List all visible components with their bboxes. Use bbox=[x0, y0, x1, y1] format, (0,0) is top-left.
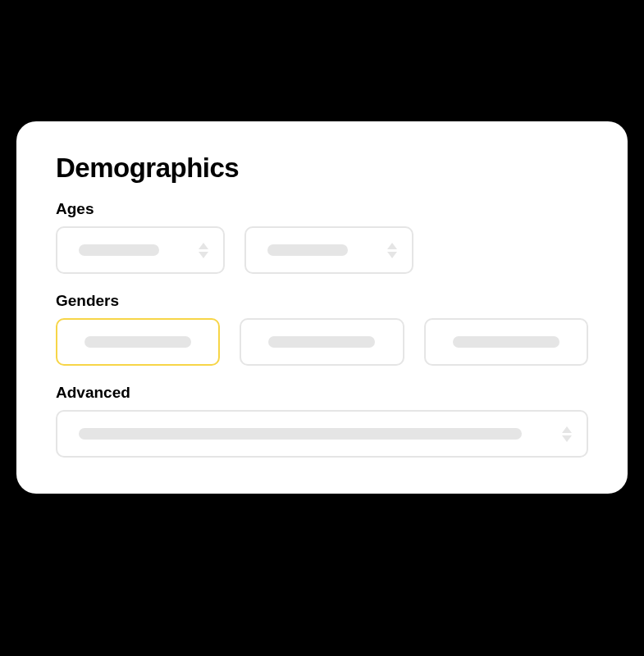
placeholder-pill bbox=[267, 244, 348, 256]
ages-row bbox=[56, 226, 588, 274]
placeholder-pill bbox=[84, 336, 191, 348]
age-min-select[interactable] bbox=[56, 226, 225, 274]
gender-option-1[interactable] bbox=[56, 318, 220, 366]
advanced-select[interactable] bbox=[56, 410, 588, 458]
genders-row bbox=[56, 318, 588, 366]
card-title: Demographics bbox=[56, 153, 588, 184]
placeholder-pill bbox=[453, 336, 560, 348]
advanced-label: Advanced bbox=[56, 384, 588, 402]
placeholder-pill bbox=[79, 428, 522, 440]
demographics-card: Demographics Ages Genders Adva bbox=[16, 121, 628, 494]
gender-option-2[interactable] bbox=[240, 318, 404, 366]
gender-option-3[interactable] bbox=[424, 318, 588, 366]
stepper-icon bbox=[387, 243, 397, 258]
placeholder-pill bbox=[268, 336, 375, 348]
advanced-row bbox=[56, 410, 588, 458]
genders-label: Genders bbox=[56, 292, 588, 310]
placeholder-pill bbox=[79, 244, 159, 256]
stepper-icon bbox=[562, 426, 572, 442]
age-max-select[interactable] bbox=[244, 226, 413, 274]
ages-label: Ages bbox=[56, 200, 588, 218]
stepper-icon bbox=[199, 243, 208, 258]
